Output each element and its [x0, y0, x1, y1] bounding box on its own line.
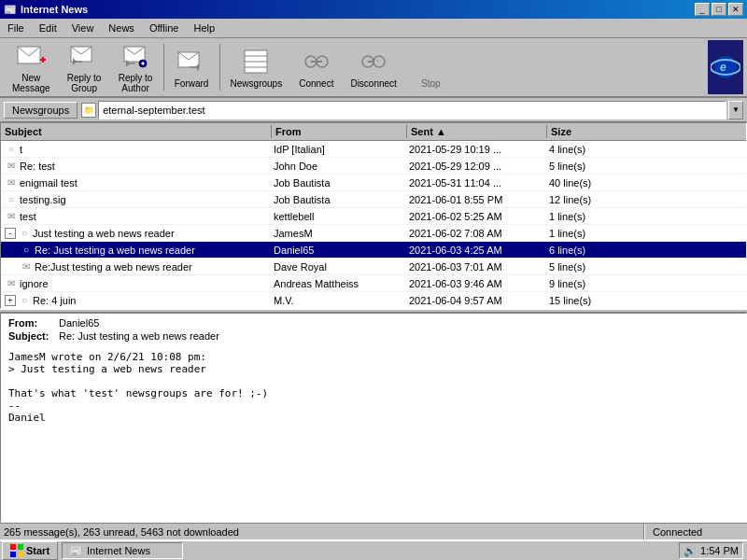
new-message-button[interactable]: NewMessage: [4, 40, 59, 94]
stop-button[interactable]: Stop: [405, 40, 457, 94]
svg-rect-24: [18, 544, 23, 550]
msg-from: M.V.: [272, 295, 407, 306]
preview-subject-field: Subject: Re: Just testing a web news rea…: [8, 330, 739, 342]
msg-sent: 2021-06-03 9:46 AM: [407, 278, 547, 289]
msg-size: 40 line(s): [547, 177, 622, 189]
preview-header: From: Daniel65 Subject: Re: Just testing…: [8, 317, 739, 343]
col-header-subject[interactable]: Subject: [1, 125, 272, 138]
msg-from: IdP [Italian]: [272, 144, 407, 155]
server-input[interactable]: [98, 101, 726, 119]
reply-author-label: Reply toAuthor: [119, 73, 153, 93]
reply-author-button[interactable]: Reply toAuthor: [110, 40, 162, 94]
msg-size: 4 line(s): [547, 144, 622, 155]
start-label: Start: [26, 545, 49, 556]
msg-from: Daniel65: [272, 245, 407, 256]
minimize-button[interactable]: _: [695, 3, 710, 16]
msg-from: kettlebell: [272, 211, 407, 222]
msg-subject: enigmail test: [20, 177, 78, 189]
volume-icon: 🔊: [684, 545, 697, 557]
forward-button[interactable]: Forward: [166, 40, 218, 94]
windows-logo-icon: [10, 544, 23, 557]
table-row[interactable]: + ○ Re: 4 juin M.V. 2021-06-04 9:57 AM 1…: [1, 292, 746, 309]
col-header-from[interactable]: From: [272, 125, 407, 138]
table-row[interactable]: ✉ Re: test John Doe 2021-05-29 12:09 ...…: [1, 158, 746, 175]
msg-size: 5 line(s): [547, 161, 622, 172]
preview-from: Daniel65: [59, 317, 99, 329]
reply-group-label: Reply toGroup: [67, 73, 102, 93]
msg-sent: 2021-05-29 12:09 ...: [407, 161, 547, 172]
start-button[interactable]: Start: [2, 541, 58, 560]
newsgroups-bar: Newsgroups 📁 ▼: [0, 98, 747, 122]
table-row[interactable]: ✉ enigmail test Job Bautista 2021-05-31 …: [1, 175, 746, 191]
msg-unread-icon: ○: [5, 144, 18, 154]
msg-subject: testing.sig: [20, 194, 66, 205]
table-row[interactable]: ○ t IdP [Italian] 2021-05-29 10:19 ... 4…: [1, 141, 746, 158]
msg-subject: Just testing a web news reader: [33, 228, 175, 239]
toolbar: NewMessage Reply toGroup: [0, 38, 747, 98]
toolbar-divider-1: [163, 44, 164, 91]
status-bar: 265 message(s), 263 unread, 5463 not dow…: [0, 523, 747, 539]
title-bar: 📰 Internet News _ □ ✕: [0, 0, 747, 19]
table-row[interactable]: ○ Re: Just testing a web news reader Dan…: [1, 242, 746, 259]
thread-expand-icon[interactable]: +: [5, 295, 16, 306]
msg-size: 9 line(s): [547, 278, 622, 289]
taskbar-app-icon: 📰: [70, 545, 83, 557]
table-row[interactable]: ○ testing.sig Job Bautista 2021-06-01 8:…: [1, 191, 746, 208]
preview-body: JamesM wrote on 2/6/21 10:08 pm: > Just …: [8, 351, 739, 424]
status-message: 265 message(s), 263 unread, 5463 not dow…: [0, 524, 644, 539]
taskbar-app-label: Internet News: [87, 545, 150, 556]
msg-sent: 2021-06-04 9:57 AM: [407, 295, 547, 306]
server-dropdown[interactable]: ▼: [728, 101, 743, 119]
newsgroups-tab[interactable]: Newsgroups: [4, 102, 78, 119]
connect-icon: [302, 47, 331, 77]
from-label: From:: [8, 317, 55, 329]
message-list: Subject From Sent ▲ Size ○ t IdP [Italia…: [0, 122, 747, 309]
svg-line-19: [425, 56, 436, 67]
title-icon: 📰: [4, 4, 17, 16]
table-row[interactable]: - ○ Just testing a web news reader James…: [1, 225, 746, 242]
msg-unread-icon: ○: [5, 194, 18, 204]
menu-news[interactable]: News: [101, 21, 142, 35]
table-row[interactable]: ✉ ignore Andreas Mattheiss 2021-06-03 9:…: [1, 275, 746, 292]
msg-from: Dave Royal: [272, 261, 407, 273]
msg-from: JamesM: [272, 228, 407, 239]
menu-view[interactable]: View: [64, 21, 102, 35]
taskbar-app-button[interactable]: 📰 Internet News: [62, 542, 183, 559]
preview-pane: From: Daniel65 Subject: Re: Just testing…: [0, 313, 747, 523]
table-row[interactable]: ✉ Re:Just testing a web news reader Dave…: [1, 259, 746, 275]
msg-from: Job Bautista: [272, 177, 407, 189]
msg-read-icon: ✉: [20, 261, 33, 272]
server-field: 📁 ▼: [81, 101, 743, 119]
message-list-header: Subject From Sent ▲ Size: [1, 123, 746, 141]
forward-label: Forward: [175, 78, 209, 89]
menu-offline[interactable]: Offline: [142, 21, 187, 35]
table-row[interactable]: ✉ test kettlebell 2021-06-02 5:25 AM 1 l…: [1, 208, 746, 225]
msg-unread-icon: ○: [18, 228, 31, 238]
taskbar: Start 📰 Internet News 🔊 1:54 PM: [0, 539, 747, 560]
menu-help[interactable]: Help: [186, 21, 222, 35]
window-controls: _ □ ✕: [695, 3, 743, 16]
msg-subject: Re: Just testing a web news reader: [35, 245, 195, 256]
msg-from: Job Bautista: [272, 194, 407, 205]
msg-from: Andreas Mattheiss: [272, 278, 407, 289]
close-button[interactable]: ✕: [728, 3, 743, 16]
col-header-sent[interactable]: Sent ▲: [407, 125, 547, 138]
newsgroups-icon: [241, 47, 271, 77]
msg-sent: 2021-05-29 10:19 ...: [407, 144, 547, 155]
msg-from: John Doe: [272, 161, 407, 172]
msg-sent: 2021-06-03 7:01 AM: [407, 261, 547, 273]
disconnect-button[interactable]: Disconnect: [342, 40, 404, 94]
connect-button[interactable]: Connect: [290, 40, 342, 94]
menu-file[interactable]: File: [0, 21, 32, 35]
msg-unread-icon: ○: [18, 295, 31, 305]
newsgroups-button[interactable]: Newsgroups: [222, 40, 291, 94]
msg-size: 1 line(s): [547, 228, 622, 239]
msg-size: 5 line(s): [547, 261, 622, 273]
menu-edit[interactable]: Edit: [32, 21, 64, 35]
maximize-button[interactable]: □: [712, 3, 726, 16]
col-header-size[interactable]: Size: [547, 125, 622, 138]
toolbar-divider-2: [219, 44, 220, 91]
msg-subject: t: [20, 144, 22, 155]
reply-group-button[interactable]: Reply toGroup: [59, 40, 110, 94]
thread-expand-icon[interactable]: -: [5, 228, 16, 239]
